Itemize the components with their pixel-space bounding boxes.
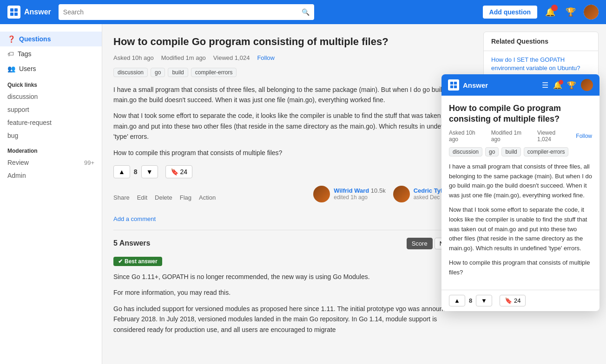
search-icon: 🔍: [302, 8, 310, 16]
follow-button[interactable]: Follow: [257, 54, 275, 61]
sidebar-item-tags[interactable]: 🏷 Tags: [0, 46, 102, 61]
overlay-vote-row: ▲ 8 ▼ 🔖 24: [441, 290, 599, 311]
svg-rect-4: [450, 82, 453, 84]
overlay-body: I have a small program that consists of …: [449, 162, 592, 278]
question-meta: Asked 10h ago Modified 1m ago Viewed 1,0…: [113, 54, 465, 61]
overlay-bookmark-count: 24: [514, 297, 520, 304]
overlay-tag-compiler-errors[interactable]: compiler-errors: [524, 147, 569, 156]
overlay-tag-go[interactable]: go: [485, 147, 499, 156]
sidebar-item-review[interactable]: Review 99+: [0, 156, 102, 169]
action-link[interactable]: Action: [199, 194, 216, 201]
top-navigation: Answer 🔍 Add question 🔔 🏆: [0, 0, 606, 24]
overlay-vote-count: 8: [469, 297, 472, 304]
notifications-icon[interactable]: 🔔: [543, 5, 558, 20]
sidebar: ❓ Questions 🏷 Tags 👥 Users Quick links d…: [0, 24, 102, 364]
user-card-editor: Wilfrid Ward 10.5k edited 1h ago: [313, 186, 385, 202]
question-title: How to compile Go program consisting of …: [113, 35, 465, 49]
viewed-count: Viewed 1,024: [213, 54, 250, 61]
answer-para-2: For more information, you may read this.: [113, 287, 465, 298]
vote-down-button[interactable]: ▼: [141, 165, 158, 178]
vote-count: 8: [134, 168, 138, 176]
overlay-tag-discussion[interactable]: discussion: [449, 147, 482, 156]
trophy-icon[interactable]: 🏆: [563, 5, 578, 20]
overlay-app-name: Answer: [463, 81, 488, 89]
overlay-content: How to compile Go program consisting of …: [441, 96, 599, 290]
sidebar-item-questions[interactable]: ❓ Questions: [0, 32, 102, 46]
svg-rect-0: [10, 8, 13, 12]
checkmark-icon: ✔: [118, 258, 123, 265]
sidebar-item-admin[interactable]: Admin: [0, 169, 102, 182]
search-bar[interactable]: 🔍: [59, 4, 314, 20]
overlay-logo-icon: [448, 79, 459, 91]
overlay-vote-up-button[interactable]: ▲: [449, 295, 465, 306]
nav-actions: Add question 🔔 🏆: [483, 5, 599, 20]
editor-action: edited 1h ago: [334, 194, 385, 201]
answer-body: Since Go 1.11+, GOPATH is no longer reco…: [113, 272, 465, 335]
main-content: How to compile Go program consisting of …: [102, 24, 476, 364]
overlay-avatar[interactable]: [581, 79, 593, 91]
app-logo[interactable]: Answer: [7, 6, 51, 19]
overlay-bookmark-button[interactable]: 🔖 24: [500, 295, 526, 306]
answer-para-3: Go has included support for versioned mo…: [113, 304, 465, 335]
related-item-1-title: How do I SET the GOPATH environment vari…: [491, 56, 591, 72]
search-input[interactable]: [63, 8, 302, 16]
overlay-menu-icon[interactable]: ☰: [542, 81, 548, 90]
vote-up-button[interactable]: ▲: [113, 165, 130, 178]
answers-header: 5 Answers Score Newest: [113, 238, 465, 249]
svg-rect-5: [454, 82, 457, 84]
user-avatar[interactable]: [584, 5, 599, 20]
overlay-para-2: Now that I took some effort to separate …: [449, 205, 592, 254]
overlay-bell-icon[interactable]: 🔔: [553, 81, 562, 90]
tag-go[interactable]: go: [151, 68, 165, 77]
avatar-image: [584, 5, 599, 20]
delete-link[interactable]: Delete: [155, 194, 172, 201]
asked-time: Asked 10h ago: [113, 54, 154, 61]
add-comment-link[interactable]: Add a comment: [113, 215, 465, 222]
svg-rect-7: [454, 85, 457, 88]
sidebar-link-discussion[interactable]: discussion: [0, 90, 102, 103]
tag-discussion[interactable]: discussion: [113, 68, 148, 77]
questions-icon: ❓: [7, 35, 15, 43]
share-link[interactable]: Share: [113, 194, 130, 201]
overlay-vote-down-button[interactable]: ▼: [476, 295, 492, 306]
overlay-meta: Asked 10h ago Modified 1m ago Viewed 1,0…: [449, 130, 592, 143]
best-answer-badge: ✔ Best answer: [113, 257, 162, 266]
tag-build[interactable]: build: [168, 68, 188, 77]
overlay-follow-button[interactable]: Follow: [576, 133, 592, 139]
editor-name[interactable]: Wilfrid Ward: [334, 187, 369, 194]
notification-badge: [551, 5, 558, 11]
sidebar-link-support[interactable]: support: [0, 103, 102, 116]
question-para-3: How to compile this program that consist…: [113, 148, 465, 158]
overlay-trophy-icon[interactable]: 🏆: [567, 81, 576, 90]
overlay-title: How to compile Go program consisting of …: [449, 103, 592, 125]
quick-links-title: Quick links: [0, 76, 102, 90]
bookmark-button[interactable]: 🔖 24: [165, 165, 192, 178]
tag-compiler-errors[interactable]: compiler-errors: [191, 68, 237, 77]
sidebar-link-bug[interactable]: bug: [0, 129, 102, 142]
flag-link[interactable]: Flag: [180, 194, 191, 201]
editor-avatar: [313, 186, 330, 202]
asker-avatar: [393, 186, 410, 202]
edit-link[interactable]: Edit: [137, 194, 147, 201]
add-question-button[interactable]: Add question: [483, 6, 537, 19]
svg-rect-6: [450, 85, 453, 88]
sidebar-item-users[interactable]: 👥 Users: [0, 61, 102, 76]
action-row: Share Edit Delete Flag Action Wilfrid Wa…: [113, 186, 465, 210]
overlay-nav-icons: ☰ 🔔 🏆: [542, 79, 593, 91]
tags-icon: 🏷: [7, 50, 14, 58]
answers-count: 5 Answers: [113, 239, 150, 247]
editor-rep: 10.5k: [371, 187, 386, 194]
sort-score-button[interactable]: Score: [407, 238, 433, 249]
answer-para-1: Since Go 1.11+, GOPATH is no longer reco…: [113, 272, 465, 282]
overlay-tag-build[interactable]: build: [501, 147, 520, 156]
editor-info: Wilfrid Ward 10.5k edited 1h ago: [334, 187, 385, 201]
overlay-panel: Answer ☰ 🔔 🏆 How to compile Go program c…: [441, 74, 599, 311]
question-tags: discussion go build compiler-errors: [113, 68, 465, 77]
logo-icon: [7, 6, 20, 19]
overlay-bookmark-icon: 🔖: [505, 297, 512, 304]
overlay-topbar: Answer ☰ 🔔 🏆: [441, 74, 599, 96]
overlay-tags: discussion go build compiler-errors: [449, 147, 592, 156]
sidebar-link-feature-request[interactable]: feature-request: [0, 116, 102, 129]
vote-row: ▲ 8 ▼ 🔖 24: [113, 165, 465, 178]
users-icon: 👥: [7, 65, 15, 72]
